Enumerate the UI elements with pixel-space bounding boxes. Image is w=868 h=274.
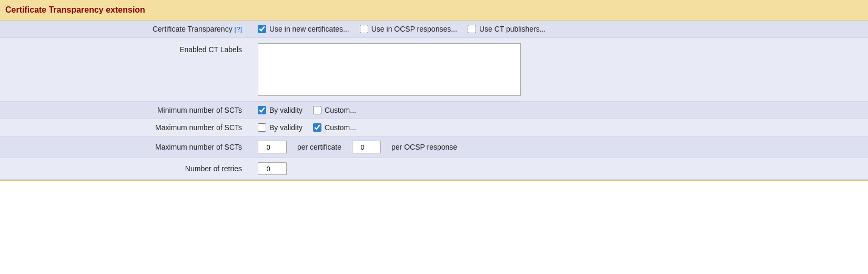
max-by-validity-label: By validity [269,123,302,132]
max-custom-label: Custom... [325,123,356,132]
main-content: Certificate Transparency [?] Use in new … [0,21,868,180]
min-by-validity-input[interactable] [258,106,266,114]
retries-content [253,162,868,175]
min-by-validity-label: By validity [269,106,302,114]
max-by-validity-input[interactable] [258,123,266,132]
per-ocsp-input[interactable] [352,141,381,153]
min-custom-label: Custom... [325,106,356,114]
ct-row: Certificate Transparency [?] Use in new … [0,21,868,38]
max-scts-values-label: Maximum number of SCTs [0,143,253,151]
use-ct-publishers-label: Use CT publishers... [479,25,546,33]
help-link[interactable]: [?] [235,25,242,33]
min-custom-checkbox[interactable]: Custom... [313,106,356,114]
min-scts-content: By validity Custom... [253,106,868,114]
ct-row-label: Certificate Transparency [?] [0,25,253,33]
max-custom-checkbox[interactable]: Custom... [313,123,356,132]
max-scts-content: By validity Custom... [253,123,868,132]
bottom-border [0,180,868,181]
max-scts-row: Maximum number of SCTs By validity Custo… [0,119,868,136]
min-scts-label: Minimum number of SCTs [0,106,253,114]
min-custom-input[interactable] [313,106,321,114]
per-cert-input[interactable] [258,141,287,153]
ct-labels-textarea[interactable] [258,43,521,96]
use-ocsp-label: Use in OCSP responses... [371,25,457,33]
ct-labels-row: Enabled CT Labels [0,38,868,102]
ct-labels-content [253,43,868,96]
use-new-certs-checkbox[interactable]: Use in new certificates... [258,25,349,33]
max-scts-label: Maximum number of SCTs [0,123,253,132]
use-ocsp-input[interactable] [360,25,368,33]
use-ct-publishers-checkbox[interactable]: Use CT publishers... [468,25,546,33]
max-scts-values-row: Maximum number of SCTs per certificate p… [0,136,868,158]
use-new-certs-label: Use in new certificates... [269,25,349,33]
max-scts-values-content: per certificate per OCSP response [253,141,868,153]
min-by-validity-checkbox[interactable]: By validity [258,106,302,114]
max-custom-input[interactable] [313,123,321,132]
use-ct-publishers-input[interactable] [468,25,476,33]
ct-labels-label: Enabled CT Labels [0,43,253,54]
use-ocsp-checkbox[interactable]: Use in OCSP responses... [360,25,457,33]
ct-row-content: Use in new certificates... Use in OCSP r… [253,25,868,33]
max-by-validity-checkbox[interactable]: By validity [258,123,302,132]
page-title: Certificate Transparency extension [5,5,145,14]
retries-label: Number of retries [0,164,253,173]
retries-row: Number of retries [0,158,868,180]
min-scts-row: Minimum number of SCTs By validity Custo… [0,102,868,119]
per-cert-suffix: per certificate [297,143,341,151]
use-new-certs-input[interactable] [258,25,266,33]
header-section: Certificate Transparency extension [0,0,868,21]
page-container: Certificate Transparency extension Certi… [0,0,868,274]
per-ocsp-suffix: per OCSP response [391,143,457,151]
retries-input[interactable] [258,162,287,175]
